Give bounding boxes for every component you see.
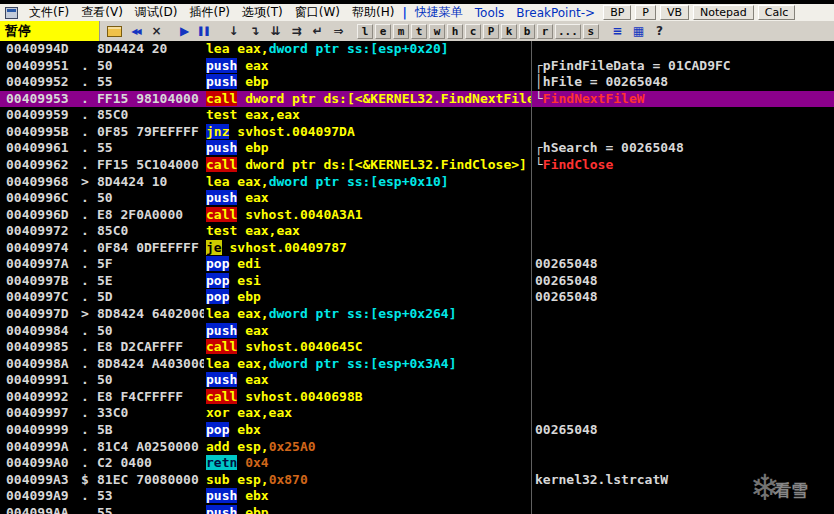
analysis-mark-cell: . [81,405,97,422]
threads-window-button[interactable]: t [411,24,427,39]
disasm-row[interactable]: 00409962.FF15 5C104000call dword ptr ds:… [0,157,834,174]
bytes-cell: 55 [97,505,204,514]
references-window-button[interactable]: r [537,24,553,39]
open-file-button[interactable] [105,23,124,39]
execute-till-return-button[interactable]: ↵ [308,23,327,39]
bytes-cell: 0F85 79FEFFFF [97,124,204,141]
menu-item-debug[interactable]: 调试(D) [129,4,184,21]
comment-cell: 00265048 [535,273,834,290]
comment-cell: └FindClose [535,157,834,174]
disasm-row[interactable]: 004099A9.53push ebx [0,488,834,505]
disasm-row[interactable]: 0040999A.81C4 A0250000add esp,0x25A0 [0,439,834,456]
options-button[interactable]: ≡ [608,23,627,39]
menu-item-options[interactable]: 选项(T) [236,4,289,21]
address-cell: 00409952 [6,74,78,91]
disasm-row[interactable]: 0040997B.5Epop esi00265048 [0,273,834,290]
help-button[interactable]: ? [650,23,669,39]
disasm-row[interactable]: 0040997C.5Dpop ebp00265048 [0,289,834,306]
disasm-row[interactable]: 00409997.33C0xor eax,eax [0,405,834,422]
disasm-row-selected[interactable]: 00409953.FF15 98104000call dword ptr ds:… [0,91,834,108]
source-window-button[interactable]: s [583,24,599,39]
comment-cell [535,306,834,323]
address-cell: 00409999 [6,422,78,439]
disasm-row[interactable]: 004099A0.C2 0400retn 0x4 [0,455,834,472]
disasm-row[interactable]: 0040994D8D4424 20lea eax,dword ptr ss:[e… [0,41,834,58]
memory-window-button[interactable]: m [393,24,409,39]
goto-eip-button[interactable]: ⇒ [329,23,348,39]
menu-button-vb[interactable]: VB [660,5,689,20]
bytes-cell: 8D8424 64020000 [97,306,204,323]
disasm-row[interactable]: 00409985.E8 D2CAFFFFcall svhost.0040645C [0,339,834,356]
comment-cell [535,174,834,191]
cpu-window-button[interactable]: c [465,24,481,39]
disasm-row[interactable]: 0040998A.8D8424 A4030000lea eax,dword pt… [0,356,834,373]
comment-cell: │hFile = 00265048 [535,74,834,91]
disasm-row[interactable]: 00409959.85C0test eax,eax [0,107,834,124]
address-cell: 004099A3 [6,472,78,489]
bytes-cell: 8D4424 10 [97,174,204,191]
comment-cell [535,405,834,422]
patches-window-button[interactable]: P [483,24,499,39]
menu-item-shortcut-menu[interactable]: 快捷菜单 [409,4,469,21]
restart-button[interactable]: ◀◀ [126,23,145,39]
comment-cell [535,339,834,356]
disasm-row[interactable]: 0040997A.5Fpop edi00265048 [0,256,834,273]
instruction-cell: pop esi [206,273,531,290]
pause-button[interactable]: ▌▌ [196,23,215,39]
executables-window-button[interactable]: e [375,24,391,39]
disasm-row[interactable]: 00409984.50push eax [0,323,834,340]
bytes-cell: 50 [97,323,204,340]
menu-item-view[interactable]: 查看(V) [75,4,129,21]
runtrace-window-button[interactable]: ... [555,24,581,39]
analysis-mark-cell: . [81,190,97,207]
menu-item-tools[interactable]: Tools [469,6,511,20]
animate-into-button[interactable]: ⇊ [266,23,285,39]
disasm-row[interactable]: 004099AA.55push ebp [0,505,834,514]
instruction-cell: call svhost.0040A3A1 [206,207,531,224]
disassembly-pane[interactable]: 0040994D8D4424 20lea eax,dword ptr ss:[e… [0,41,834,514]
animate-over-button[interactable]: ⇉ [287,23,306,39]
instruction-cell: call svhost.0040698B [206,389,531,406]
menu-item-file[interactable]: 文件(F) [23,4,75,21]
disasm-row[interactable]: 00409974.0F84 0DFEFFFFje svhost.00409787 [0,240,834,257]
disasm-row[interactable]: 00409961.55push ebp┌hSearch = 00265048 [0,140,834,157]
menu-button-notepad[interactable]: Notepad [693,5,754,20]
handles-window-button[interactable]: h [447,24,463,39]
menu-item-help[interactable]: 帮助(H) [346,4,400,21]
disasm-row[interactable]: 00409968>8D4424 10lea eax,dword ptr ss:[… [0,174,834,191]
close-button[interactable]: × [147,23,166,39]
disasm-row[interactable]: 0040997D>8D8424 64020000lea eax,dword pt… [0,306,834,323]
breakpoints-window-button[interactable]: b [519,24,535,39]
bytes-cell: 33C0 [97,405,204,422]
windows-window-button[interactable]: w [429,24,445,39]
menu-button-calc[interactable]: Calc [758,5,796,20]
disasm-row[interactable]: 004099A3$81EC 70080000sub esp,0x870kerne… [0,472,834,489]
comment-column-divider[interactable] [531,41,532,514]
window-letter-group: lemtwhcPkbr...s [356,24,600,39]
menu-item-breakpoint[interactable]: BreakPoint-> [510,6,601,20]
menu-button-bp[interactable]: BP [603,5,631,20]
disasm-row[interactable]: 00409972.85C0test eax,eax [0,223,834,240]
menu-item-window[interactable]: 窗口(W) [289,4,346,21]
run-button[interactable]: ▶ [175,23,194,39]
disasm-row[interactable]: 00409991.50push eax [0,372,834,389]
comment-cell [535,356,834,373]
disasm-row[interactable]: 00409951.50push eax┌pFindFileData = 01CA… [0,58,834,75]
instruction-cell: pop ebp [206,289,531,306]
disasm-row[interactable]: 0040996C.50push eax [0,190,834,207]
step-over-button[interactable]: ↴ [245,23,264,39]
log-window-button[interactable]: l [357,24,373,39]
address-cell: 0040999A [6,439,78,456]
menu-item-plugins[interactable]: 插件(P) [183,4,236,21]
disasm-row[interactable]: 0040996D.E8 2F0A0000call svhost.0040A3A1 [0,207,834,224]
disasm-row[interactable]: 00409999.5Bpop ebx00265048 [0,422,834,439]
cpu-window-icon[interactable] [5,7,18,19]
disasm-row[interactable]: 00409952.55push ebp│hFile = 00265048 [0,74,834,91]
callstack-window-button[interactable]: k [501,24,517,39]
address-cell: 0040998A [6,356,78,373]
menu-button-p[interactable]: P [635,5,656,20]
disasm-row[interactable]: 0040995B.0F85 79FEFFFFjnz svhost.004097D… [0,124,834,141]
disasm-row[interactable]: 00409992.E8 F4CFFFFFcall svhost.0040698B [0,389,834,406]
step-into-button[interactable]: ↓ [224,23,243,39]
appearance-button[interactable]: ▦ [629,23,648,39]
